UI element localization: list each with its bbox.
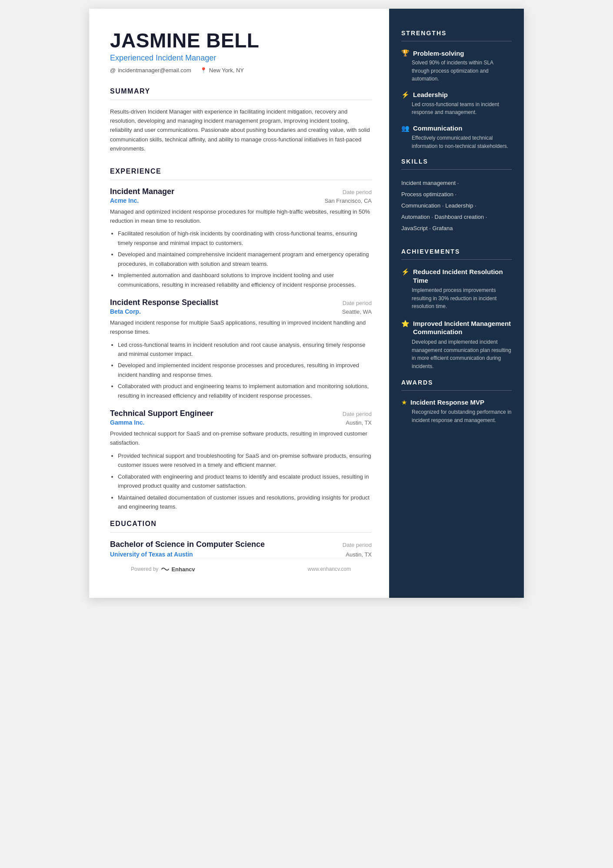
strengths-divider: [401, 41, 512, 41]
list-item: Facilitated resolution of high-risk inci…: [118, 229, 372, 248]
footer-bar: Powered by Enhancv www.enhancv.com: [110, 558, 372, 580]
edu-location: Austin, TX: [346, 551, 372, 558]
edu-header: Bachelor of Science in Computer Science …: [110, 540, 372, 550]
job-2-header: Incident Response Specialist Date period: [110, 298, 372, 307]
strength-1-header: 🏆 Problem-solving: [401, 49, 512, 57]
award-1-desc: Recognized for outstanding performance i…: [401, 408, 512, 424]
strength-1: 🏆 Problem-solving Solved 90% of incident…: [401, 49, 512, 83]
skill-line-1: Incident management ·: [401, 178, 512, 189]
achievement-2-title: Improved Incident Management Communicati…: [413, 319, 512, 336]
achievement-1-title: Reduced Incident Resolution Time: [413, 268, 512, 285]
job-3-date: Date period: [343, 411, 372, 417]
job-3-title: Technical Support Engineer: [110, 409, 213, 418]
job-1: Incident Manager Date period Acme Inc. S…: [110, 187, 372, 289]
job-1-summary: Managed and optimized incident response …: [110, 208, 372, 226]
list-item: Led cross-functional teams in incident r…: [118, 340, 372, 359]
list-item: Provided technical support and troublesh…: [118, 451, 372, 470]
job-3-summary: Provided technical support for SaaS and …: [110, 429, 372, 448]
awards-section: AWARDS ★ Incident Response MVP Recognize…: [401, 379, 512, 424]
job-3: Technical Support Engineer Date period G…: [110, 409, 372, 511]
job-3-sub: Gamma Inc. Austin, TX: [110, 419, 372, 426]
skill-line-2: Process optimization ·: [401, 189, 512, 200]
job-3-bullets: Provided technical support and troublesh…: [110, 451, 372, 512]
logo-svg: [161, 566, 170, 572]
strength-3-desc: Effectively communicated technical infor…: [401, 134, 512, 150]
strength-1-title: Problem-solving: [413, 50, 464, 57]
job-1-location: San Francisco, CA: [325, 198, 372, 204]
achievements-heading: ACHIEVEMENTS: [401, 248, 512, 255]
strength-3: 👥 Communication Effectively communicated…: [401, 124, 512, 150]
job-3-header: Technical Support Engineer Date period: [110, 409, 372, 418]
job-1-sub: Acme Inc. San Francisco, CA: [110, 197, 372, 204]
strength-3-header: 👥 Communication: [401, 124, 512, 132]
experience-section: EXPERIENCE Incident Manager Date period …: [110, 168, 372, 512]
strength-3-title: Communication: [413, 124, 462, 132]
location-icon: 📍: [200, 67, 207, 74]
achievement-1-desc: Implemented process improvements resulti…: [401, 286, 512, 311]
achievement-2-desc: Developed and implemented incident manag…: [401, 338, 512, 370]
job-2-company: Beta Corp.: [110, 308, 141, 315]
experience-divider: [110, 180, 372, 180]
job-1-company: Acme Inc.: [110, 197, 139, 204]
trophy-icon: 🏆: [401, 49, 410, 57]
awards-divider: [401, 390, 512, 391]
list-item: Developed and maintained comprehensive i…: [118, 250, 372, 268]
strength-1-desc: Solved 90% of incidents within SLA throu…: [401, 59, 512, 83]
star-icon: ★: [401, 399, 407, 406]
award-1-title: Incident Response MVP: [410, 399, 484, 406]
brand-name: Enhancv: [171, 566, 195, 573]
candidate-title: Experienced Incident Manager: [110, 54, 372, 63]
email-contact: @ incidentmanager@email.com: [110, 67, 191, 74]
strengths-section: STRENGTHS 🏆 Problem-solving Solved 90% o…: [401, 30, 512, 150]
job-2-summary: Managed incident response for multiple S…: [110, 318, 372, 337]
job-2-sub: Beta Corp. Seattle, WA: [110, 308, 372, 315]
job-1-header: Incident Manager Date period: [110, 187, 372, 196]
location-value: New York, NY: [209, 67, 244, 74]
left-body: JASMINE BELL Experienced Incident Manage…: [110, 30, 372, 558]
strength-2-header: ⚡ Leadership: [401, 91, 512, 99]
award-1: ★ Incident Response MVP Recognized for o…: [401, 399, 512, 424]
lightning-icon: ⚡: [401, 91, 410, 99]
job-2-bullets: Led cross-functional teams in incident r…: [110, 340, 372, 401]
job-1-date: Date period: [343, 189, 372, 195]
job-2-location: Seattle, WA: [342, 308, 372, 315]
job-2: Incident Response Specialist Date period…: [110, 298, 372, 400]
summary-divider: [110, 100, 372, 100]
enhancv-logo: Enhancv: [161, 566, 195, 573]
contact-row: @ incidentmanager@email.com 📍 New York, …: [110, 67, 372, 74]
list-item: Collaborated with engineering and produc…: [118, 472, 372, 491]
edu-date: Date period: [343, 542, 372, 548]
edu-degree: Bachelor of Science in Computer Science: [110, 540, 265, 550]
candidate-name: JASMINE BELL: [110, 30, 372, 52]
list-item: Maintained detailed documentation of cus…: [118, 493, 372, 512]
powered-by-label: Powered by: [131, 566, 158, 572]
email-icon: @: [110, 67, 116, 74]
experience-heading: EXPERIENCE: [110, 168, 372, 175]
skills-section: SKILLS Incident management · Process opt…: [401, 158, 512, 234]
skills-text: Incident management · Process optimizati…: [401, 178, 512, 234]
skill-line-4: Automation · Dashboard creation ·: [401, 211, 512, 223]
list-item: Developed and implemented incident respo…: [118, 361, 372, 379]
skills-heading: SKILLS: [401, 158, 512, 165]
award-1-header: ★ Incident Response MVP: [401, 399, 512, 406]
education-section: EDUCATION Bachelor of Science in Compute…: [110, 520, 372, 557]
location-contact: 📍 New York, NY: [200, 67, 244, 74]
list-item: Implemented automation and dashboard sol…: [118, 271, 372, 289]
header-section: JASMINE BELL Experienced Incident Manage…: [110, 30, 372, 74]
job-2-date: Date period: [343, 300, 372, 306]
right-column: STRENGTHS 🏆 Problem-solving Solved 90% o…: [389, 9, 524, 598]
achievement-2-header: ⭐ Improved Incident Management Communica…: [401, 319, 512, 336]
job-2-title: Incident Response Specialist: [110, 298, 218, 307]
achievement-2-icon: ⭐: [401, 320, 410, 328]
email-value: incidentmanager@email.com: [118, 67, 191, 74]
summary-section: SUMMARY Results-driven Incident Manager …: [110, 87, 372, 154]
strength-2-title: Leadership: [413, 91, 448, 98]
awards-heading: AWARDS: [401, 379, 512, 386]
job-3-location: Austin, TX: [346, 419, 372, 426]
footer-website: www.enhancv.com: [308, 566, 351, 572]
summary-text: Results-driven Incident Manager with exp…: [110, 107, 372, 154]
achievements-section: ACHIEVEMENTS ⚡ Reduced Incident Resoluti…: [401, 248, 512, 370]
skill-line-5: JavaScript · Grafana: [401, 223, 512, 234]
job-1-bullets: Facilitated resolution of high-risk inci…: [110, 229, 372, 289]
strength-2: ⚡ Leadership Led cross-functional teams …: [401, 91, 512, 117]
